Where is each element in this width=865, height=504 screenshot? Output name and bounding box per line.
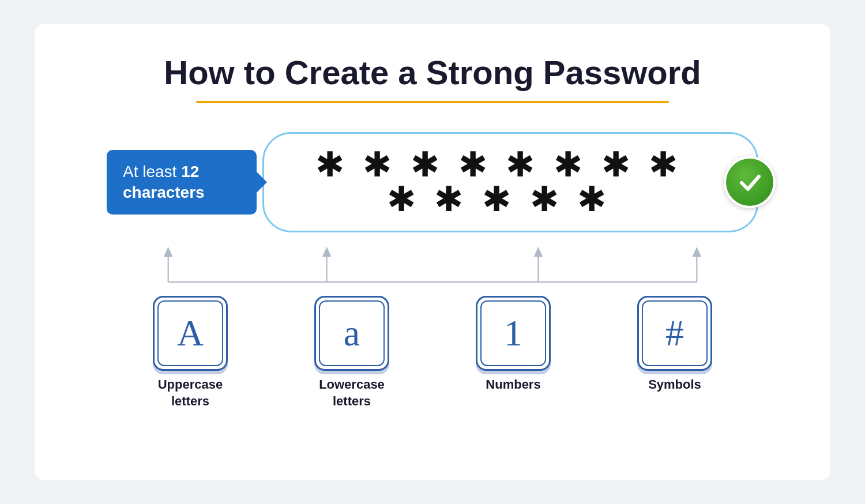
- key-label-uppercase: Uppercaseletters: [158, 377, 223, 409]
- key-uppercase: A: [153, 296, 228, 371]
- svg-marker-6: [533, 247, 543, 257]
- key-item-lowercase: a Lowercaseletters: [280, 296, 424, 409]
- key-char-lowercase: a: [344, 312, 360, 355]
- svg-marker-8: [692, 247, 701, 257]
- key-item-uppercase: A Uppercaseletters: [118, 296, 262, 409]
- key-item-symbols: # Symbols: [603, 296, 747, 409]
- key-char-symbols: #: [665, 312, 684, 355]
- checkmark-icon: [736, 168, 764, 196]
- key-char-uppercase: A: [177, 312, 204, 355]
- password-section: At least 12characters ✱ ✱ ✱ ✱ ✱ ✱ ✱ ✱ ✱ …: [81, 132, 784, 232]
- checkmark-circle: [724, 156, 776, 208]
- bottom-section: A Uppercaseletters a Lowercaseletters 1 …: [81, 296, 784, 409]
- key-label-lowercase: Lowercaseletters: [319, 377, 385, 409]
- label-badge: At least 12characters: [107, 150, 257, 215]
- key-label-symbols: Symbols: [648, 377, 701, 393]
- key-label-numbers: Numbers: [486, 377, 540, 393]
- title-underline: [196, 101, 669, 103]
- key-item-numbers: 1 Numbers: [441, 296, 585, 409]
- page-title: How to Create a Strong Password: [164, 53, 701, 92]
- password-field-wrapper: ✱ ✱ ✱ ✱ ✱ ✱ ✱ ✱ ✱ ✱ ✱ ✱ ✱: [262, 132, 758, 232]
- svg-marker-4: [322, 247, 332, 257]
- password-display: ✱ ✱ ✱ ✱ ✱ ✱ ✱ ✱ ✱ ✱ ✱ ✱ ✱: [262, 132, 758, 232]
- arrows-section: [81, 244, 784, 290]
- key-lowercase: a: [314, 296, 389, 371]
- connector-lines: [115, 244, 750, 290]
- key-char-numbers: 1: [504, 312, 522, 355]
- key-symbols: #: [637, 296, 712, 371]
- main-card: How to Create a Strong Password At least…: [35, 24, 830, 480]
- key-numbers: 1: [476, 296, 551, 371]
- svg-marker-2: [164, 247, 173, 257]
